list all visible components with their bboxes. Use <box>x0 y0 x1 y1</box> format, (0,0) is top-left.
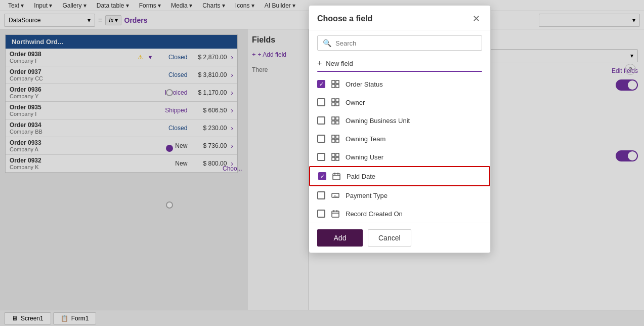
field-item[interactable]: Abc Payment Type <box>309 186 490 205</box>
svg-rect-15 <box>336 139 339 142</box>
text-icon: Abc <box>330 190 340 200</box>
grid-icon <box>330 152 340 162</box>
svg-rect-18 <box>332 157 335 160</box>
svg-rect-17 <box>336 153 339 156</box>
field-checkbox[interactable] <box>317 135 325 143</box>
field-item[interactable]: Owner <box>309 93 490 111</box>
field-checkbox[interactable] <box>317 191 325 199</box>
choose-field-dialog: Choose a field ✕ 🔍 + New field Order Sta… <box>309 5 491 253</box>
svg-rect-26 <box>332 211 339 217</box>
field-item-paid-date[interactable]: Paid Date <box>309 166 490 186</box>
field-name: Owner <box>346 99 365 106</box>
plus-icon: + <box>317 59 322 68</box>
svg-rect-9 <box>336 117 339 120</box>
svg-rect-0 <box>332 80 335 84</box>
dialog-footer: Add Cancel <box>309 223 490 253</box>
svg-rect-2 <box>332 85 335 88</box>
svg-text:Abc: Abc <box>333 195 338 198</box>
svg-rect-1 <box>336 80 339 84</box>
field-item[interactable]: Owning User <box>309 148 490 166</box>
new-field-row[interactable]: + New field <box>309 56 490 71</box>
field-name: Record Created On <box>346 210 403 218</box>
field-checkbox[interactable] <box>318 172 326 180</box>
field-item[interactable]: Order Status <box>309 75 490 93</box>
svg-rect-16 <box>332 153 335 156</box>
grid-icon <box>330 79 340 89</box>
svg-rect-20 <box>333 174 340 180</box>
svg-rect-5 <box>336 99 339 102</box>
svg-rect-10 <box>332 121 335 124</box>
field-name: Order Status <box>346 80 383 88</box>
svg-rect-6 <box>332 103 335 106</box>
svg-rect-19 <box>336 157 339 160</box>
date-icon <box>330 209 340 219</box>
close-button[interactable]: ✕ <box>470 13 482 25</box>
date-icon <box>331 171 341 181</box>
field-item[interactable]: Owning Team <box>309 130 490 148</box>
field-name: Owning Business Unit <box>346 117 410 125</box>
field-item[interactable]: Record Created On <box>309 205 490 223</box>
field-name: Owning User <box>346 153 383 161</box>
svg-rect-7 <box>336 103 339 106</box>
field-item[interactable]: Owning Business Unit <box>309 111 490 130</box>
cancel-button[interactable]: Cancel <box>368 229 411 247</box>
field-checkbox[interactable] <box>317 80 325 88</box>
field-checkbox[interactable] <box>317 210 325 218</box>
svg-rect-12 <box>332 135 335 138</box>
add-button[interactable]: Add <box>317 229 363 247</box>
grid-icon <box>330 97 340 107</box>
search-input[interactable] <box>335 39 477 47</box>
field-list: Order Status Owner Owning Business Unit … <box>309 75 490 223</box>
svg-rect-13 <box>336 135 339 138</box>
grid-icon <box>330 115 340 126</box>
search-box: 🔍 <box>317 35 482 51</box>
grid-icon <box>330 134 340 144</box>
field-checkbox[interactable] <box>317 116 325 125</box>
dialog-title: Choose a field <box>317 14 372 23</box>
search-icon: 🔍 <box>323 39 331 47</box>
dialog-header: Choose a field ✕ <box>309 6 490 30</box>
field-checkbox[interactable] <box>317 153 325 161</box>
field-name: Paid Date <box>347 173 375 180</box>
svg-rect-3 <box>336 85 339 88</box>
svg-rect-4 <box>332 99 335 102</box>
field-checkbox[interactable] <box>317 98 325 106</box>
field-divider <box>317 71 482 72</box>
new-field-label: New field <box>326 60 353 67</box>
svg-rect-11 <box>336 121 339 124</box>
svg-rect-14 <box>332 139 335 142</box>
field-name: Owning Team <box>346 135 385 143</box>
field-name: Payment Type <box>346 192 388 199</box>
svg-rect-8 <box>332 117 335 120</box>
